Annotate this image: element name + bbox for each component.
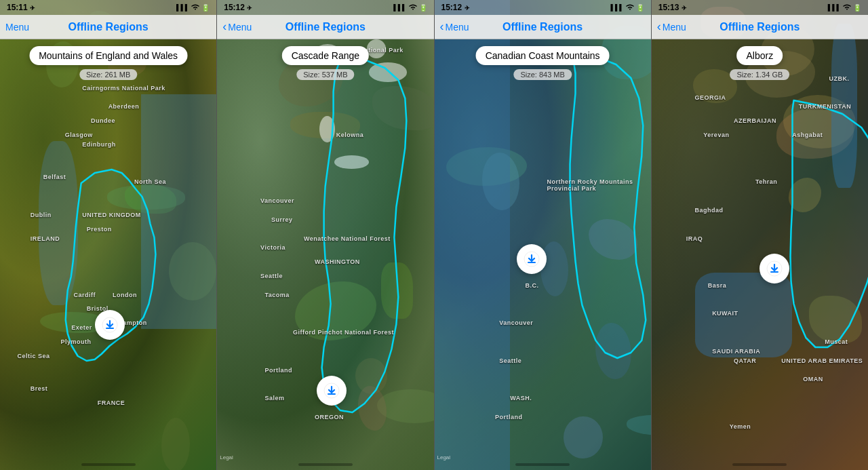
scroll-indicator — [81, 463, 136, 466]
download-icon — [524, 251, 540, 267]
wifi-icon — [408, 3, 418, 12]
status-time: 15:12 ✈ — [224, 3, 252, 12]
nav-bar: ‹MenuOffline Regions — [652, 15, 868, 39]
back-chevron-icon: ‹ — [440, 20, 444, 34]
menu-label[interactable]: Menu — [446, 22, 469, 33]
size-badge: Size: 261 MB — [79, 69, 137, 80]
menu-label[interactable]: Menu — [228, 22, 252, 33]
nav-title: Offline Regions — [719, 21, 800, 33]
nav-title: Offline Regions — [285, 21, 366, 33]
panel-3: VancouverSeattlePortlandWASH.B.C.Norther… — [435, 0, 652, 470]
wifi-icon — [191, 3, 200, 12]
status-bar: 15:13 ✈ ▌▌▌ 🔋 — [652, 0, 868, 15]
download-button[interactable] — [517, 244, 547, 274]
status-icons: ▌▌▌ 🔋 — [393, 3, 427, 12]
nav-title: Offline Regions — [502, 21, 583, 33]
nav-title: Offline Regions — [68, 21, 149, 33]
signal-icon: ▌▌▌ — [611, 4, 624, 11]
status-time: 15:11 ✈ — [7, 3, 35, 12]
menu-label[interactable]: Menu — [663, 22, 686, 33]
region-name-label: Cascade Range — [282, 46, 369, 65]
battery-icon: 🔋 — [636, 4, 644, 12]
signal-icon: ▌▌▌ — [828, 4, 841, 11]
size-badge: Size: 1.34 GB — [730, 69, 789, 80]
nav-menu-button[interactable]: Menu — [5, 22, 29, 33]
nav-bar: ‹MenuOffline Regions — [435, 15, 651, 39]
status-icons: ▌▌▌ 🔋 — [176, 3, 210, 12]
scroll-indicator — [298, 463, 353, 466]
scroll-indicator — [515, 463, 570, 466]
status-bar: 15:11 ✈ ▌▌▌ 🔋 — [0, 0, 216, 15]
region-name-label: Alborz — [737, 46, 783, 65]
status-icons: ▌▌▌ 🔋 — [828, 3, 861, 12]
nav-menu-button[interactable]: ‹Menu — [222, 20, 252, 34]
menu-label[interactable]: Menu — [5, 22, 29, 33]
battery-icon: 🔋 — [419, 4, 427, 12]
nav-bar: ‹MenuOffline Regions — [217, 15, 433, 39]
signal-icon: ▌▌▌ — [176, 4, 189, 11]
wifi-icon — [625, 3, 635, 12]
panel-1: UNITED KINGDOMNorth SeaIRELANDFRANCEGlas… — [0, 0, 217, 470]
legal-text: Legal — [220, 454, 233, 461]
nav-bar: MenuOffline Regions — [0, 15, 216, 39]
legal-text: Legal — [437, 454, 451, 461]
panel-4: GEORGIAAZERBAIJANTURKMENISTANIRAQTehranB… — [652, 0, 868, 470]
signal-icon: ▌▌▌ — [393, 4, 406, 11]
download-icon — [766, 260, 783, 277]
panels-container: UNITED KINGDOMNorth SeaIRELANDFRANCEGlas… — [0, 0, 868, 470]
status-icons: ▌▌▌ 🔋 — [611, 3, 644, 12]
download-icon — [323, 383, 340, 399]
battery-icon: 🔋 — [853, 4, 861, 12]
download-icon — [102, 317, 118, 333]
scroll-indicator — [732, 463, 787, 466]
size-badge: Size: 537 MB — [296, 69, 354, 80]
back-chevron-icon: ‹ — [222, 20, 226, 34]
battery-icon: 🔋 — [201, 4, 210, 12]
wifi-icon — [842, 3, 852, 12]
back-chevron-icon: ‹ — [657, 20, 661, 34]
region-name-label: Mountains of England and Wales — [29, 46, 187, 65]
status-time: 15:12 ✈ — [441, 3, 470, 12]
panel-2: WASHINGTONOREGONVancouverSurreyKelownaTa… — [217, 0, 434, 470]
size-badge: Size: 843 MB — [513, 69, 571, 80]
status-time: 15:13 ✈ — [658, 3, 687, 12]
nav-menu-button[interactable]: ‹Menu — [440, 20, 469, 34]
status-bar: 15:12 ✈ ▌▌▌ 🔋 — [435, 0, 651, 15]
region-name-label: Canadian Coast Mountains — [476, 46, 610, 65]
status-bar: 15:12 ✈ ▌▌▌ 🔋 — [217, 0, 433, 15]
nav-menu-button[interactable]: ‹Menu — [657, 20, 686, 34]
